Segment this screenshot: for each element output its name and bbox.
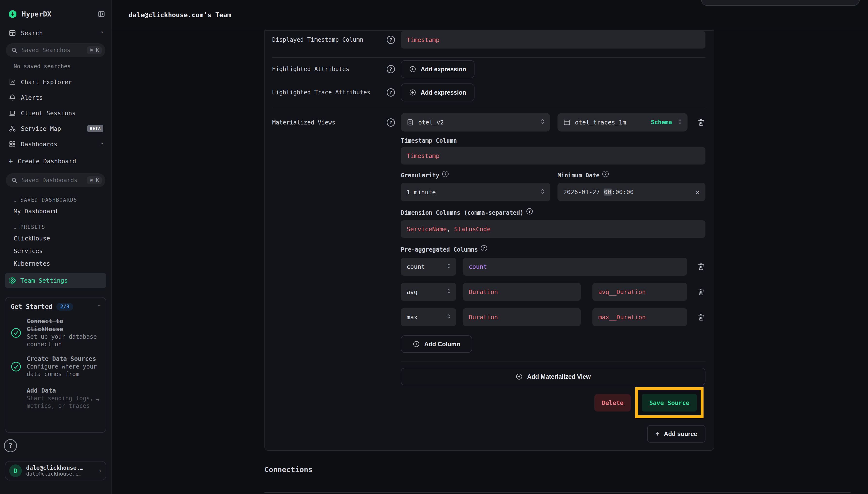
add-materialized-view-button[interactable]: Add Materialized View [401, 368, 706, 385]
schema-link[interactable]: Schema [651, 119, 672, 126]
sidebar-item-search[interactable]: Search ⌃ [5, 25, 106, 41]
page-title: dale@clickhouse.com's Team [129, 11, 231, 19]
help-button[interactable]: ? [4, 439, 17, 452]
service-map-icon [9, 125, 16, 132]
get-started-header[interactable]: Get Started 2/3 ⌃ [11, 303, 100, 310]
sidebar-item-label: Service Map [21, 125, 61, 132]
sidebar-item-chart-explorer[interactable]: Chart Explorer [5, 74, 106, 90]
sidebar-item-clickhouse[interactable]: ClickHouse [5, 232, 106, 245]
add-column-button[interactable]: Add Column [401, 335, 472, 353]
sidebar-item-alerts[interactable]: Alerts [5, 90, 106, 105]
delete-column-trash-icon[interactable] [697, 262, 706, 271]
delete-view-trash-icon[interactable] [697, 118, 706, 127]
collapse-sidebar-icon[interactable] [98, 10, 105, 18]
plus-icon: + [655, 430, 659, 438]
timestamp-column-input[interactable]: Timestamp [401, 147, 706, 165]
get-started-item-sources[interactable]: Create Data Sources Configure where your… [11, 355, 100, 378]
arrow-right-icon: → [96, 396, 99, 403]
expression-input[interactable]: count [463, 258, 687, 276]
help-circle-icon[interactable]: ? [387, 65, 395, 73]
user-menu[interactable]: D dale@clickhouse.… dale@clickhouse.c… › [5, 461, 106, 480]
sidebar-item-label: Chart Explorer [21, 79, 72, 86]
get-started-item-add-data[interactable]: Add Data Start sending logs, metrics, or… [11, 387, 100, 410]
sidebar-item-my-dashboard[interactable]: My Dashboard [5, 205, 106, 217]
highlighted-trace-attributes-row: Highlighted Trace Attributes ? Add expre… [272, 83, 706, 101]
search-nav-icon [9, 30, 16, 37]
team-settings-content: Displayed Timestamp Column ? Timestamp H… [265, 30, 854, 494]
dimension-columns-input[interactable]: ServiceName, StatusCode [401, 220, 706, 238]
plus-circle-icon [516, 373, 523, 380]
get-started-card: Get Started 2/3 ⌃ Connect to ClickHouse … [5, 297, 106, 433]
section-presets[interactable]: ⌄ PRESETS [5, 221, 106, 232]
chevron-updown-icon [446, 288, 451, 296]
granularity-value: 1 minute [407, 189, 536, 196]
expression-input[interactable]: Duration [463, 283, 581, 301]
aggregation-fn-select[interactable]: avg [401, 283, 456, 301]
preagg-row: count count [401, 258, 706, 276]
sidebar-item-service-map[interactable]: Service Map BETA [5, 121, 106, 136]
saved-dashboards-input[interactable]: Saved Dashboards ⌘ K [6, 173, 105, 187]
granularity-select[interactable]: 1 minute [401, 183, 550, 202]
column-name-input[interactable]: max__Duration [593, 308, 687, 326]
add-expression-button[interactable]: Add expression [401, 83, 475, 101]
add-expression-button[interactable]: Add expression [401, 60, 475, 78]
step-circle [11, 393, 21, 404]
chevron-updown-icon [540, 188, 545, 196]
save-source-button[interactable]: Save Source [642, 394, 697, 412]
create-dashboard-button[interactable]: + Create Dashboard [5, 152, 106, 170]
task-desc: Configure where your data comes from [27, 363, 100, 378]
saved-searches-input[interactable]: Saved Searches ⌘ K [6, 43, 105, 57]
expression-input[interactable]: Duration [463, 308, 581, 326]
help-circle-icon[interactable]: ? [481, 245, 487, 251]
shortcut-badge: ⌘ K [87, 176, 102, 184]
dashboards-grid-icon [9, 140, 16, 148]
add-source-button[interactable]: + Add source [647, 425, 706, 442]
granularity-label: Granularity ? [401, 171, 550, 180]
date-part: 2026-01-27 [563, 189, 603, 195]
database-select[interactable]: otel_v2 [401, 113, 550, 132]
sidebar-item-dashboards[interactable]: Dashboards ⌃ [5, 136, 106, 152]
button-label: Add expression [421, 66, 466, 73]
field-label: Highlighted Attributes [272, 66, 349, 73]
delete-button[interactable]: Delete [594, 394, 631, 412]
help-circle-icon[interactable]: ? [526, 208, 533, 214]
sidebar-item-team-settings[interactable]: Team Settings [5, 273, 106, 288]
help-circle-icon[interactable]: ? [442, 171, 448, 177]
fn-value: avg [407, 288, 442, 296]
help-circle-icon[interactable]: ? [602, 171, 609, 177]
create-dashboard-label: Create Dashboard [18, 158, 76, 165]
team-settings-label: Team Settings [20, 277, 68, 284]
sidebar-item-kubernetes[interactable]: Kubernetes [5, 257, 106, 270]
check-circle-icon [11, 327, 21, 338]
saved-dashboards-placeholder: Saved Dashboards [21, 177, 83, 184]
get-started-item-connect[interactable]: Connect to ClickHouse Set up your databa… [11, 317, 100, 348]
chevron-down-icon: ⌄ [14, 197, 17, 203]
divider [265, 492, 851, 493]
sidebar-item-client-sessions[interactable]: Client Sessions [5, 105, 106, 121]
aggregation-fn-select[interactable]: max [401, 308, 456, 326]
clear-date-icon[interactable]: ✕ [695, 188, 700, 196]
delete-column-trash-icon[interactable] [697, 313, 706, 322]
aggregation-fn-select[interactable]: count [401, 258, 456, 276]
sidebar-item-label: Search [21, 30, 43, 37]
field-label: Displayed Timestamp Column [272, 36, 363, 43]
help-circle-icon[interactable]: ? [387, 36, 395, 44]
field-label: Materialized Views [272, 119, 335, 126]
help-circle-icon[interactable]: ? [387, 88, 395, 97]
hour-segment-selected[interactable]: 00 [603, 189, 612, 195]
input-value: Timestamp [407, 36, 439, 43]
saved-searches-placeholder: Saved Searches [21, 47, 83, 54]
displayed-timestamp-input[interactable]: Timestamp [401, 31, 706, 49]
section-saved-dashboards[interactable]: ⌄ SAVED DASHBOARDS [5, 194, 106, 205]
minimum-date-input[interactable]: 2026-01-27 00:00:00 ✕ [558, 183, 706, 201]
help-circle-icon[interactable]: ? [387, 118, 395, 127]
fn-value: count [407, 263, 442, 270]
delete-column-trash-icon[interactable] [697, 287, 706, 296]
table-value: otel_traces_1m [575, 119, 647, 126]
table-select[interactable]: otel_traces_1m Schema [558, 113, 688, 132]
button-label: Add Materialized View [527, 373, 591, 380]
database-value: otel_v2 [418, 119, 536, 126]
shortcut-badge: ⌘ K [87, 46, 102, 54]
sidebar-item-services[interactable]: Services [5, 245, 106, 257]
column-name-input[interactable]: avg__Duration [593, 283, 687, 301]
